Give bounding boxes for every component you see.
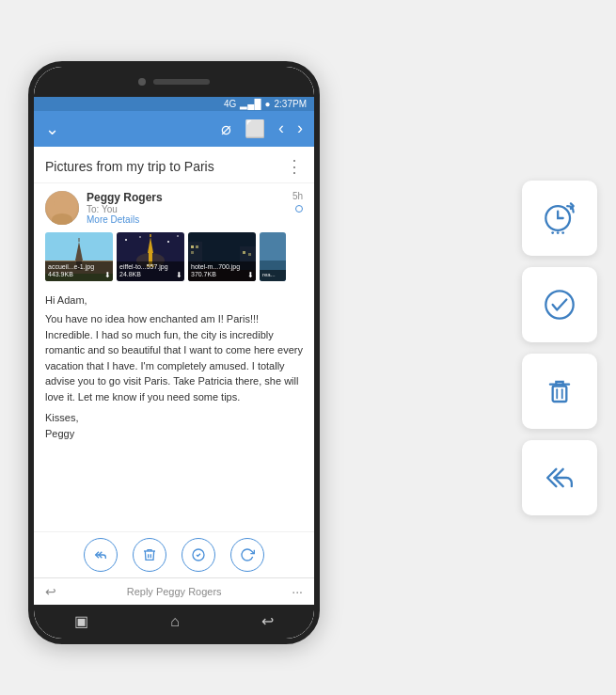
svg-point-33 [551, 231, 554, 234]
attachment-2[interactable]: eiffel-to...557.jpg24.8KB ⬇ [117, 232, 184, 281]
svg-rect-38 [553, 386, 567, 402]
attachment-1[interactable]: accueil...e-1.jpg443.9KB ⬇ [45, 232, 113, 281]
status-bar: 4G ▂▄█ ● 2:37PM [34, 97, 314, 111]
email-time: 5h [292, 191, 303, 201]
avatar [45, 191, 79, 225]
attachment-1-label: accueil...e-1.jpg443.9KB [45, 261, 113, 281]
archive-button[interactable]: ⬜ [245, 118, 265, 139]
phone-speaker [153, 79, 210, 85]
email-content: Pictures from my trip to Paris ⋮ Peggy R… [34, 147, 314, 605]
refresh-button[interactable] [230, 538, 264, 572]
delete-button[interactable] [133, 538, 166, 572]
email-greeting: Hi Adam, [45, 292, 303, 308]
svg-point-34 [557, 231, 560, 234]
phone-camera [138, 78, 146, 86]
email-body: Hi Adam, You have no idea how enchanted … [34, 289, 314, 531]
toolbar: ⌄ ⌀ ⬜ ‹ › [34, 111, 314, 147]
attachments-row: accueil...e-1.jpg443.9KB ⬇ [34, 232, 314, 289]
svg-rect-24 [191, 245, 194, 248]
attachment-3-label: hotel-m...700.jpg370.7KB [188, 261, 256, 281]
network-label: 4G [224, 99, 236, 109]
time-display: 2:37PM [275, 99, 307, 109]
svg-rect-25 [196, 245, 198, 248]
reply-label[interactable]: Reply Peggy Rogers [64, 586, 284, 597]
mark-done-button[interactable] [182, 538, 215, 572]
download-icon-3[interactable]: ⬇ [247, 271, 254, 279]
email-closing: Kisses, [45, 410, 303, 426]
prev-button[interactable]: ‹ [278, 118, 284, 138]
signal-icon: ▂▄█ [240, 99, 261, 109]
back-button[interactable]: ⌄ [45, 118, 59, 139]
reply-all-icon-card[interactable] [522, 440, 597, 515]
block-button[interactable]: ⌀ [221, 118, 231, 139]
menu-button[interactable]: ▣ [74, 612, 88, 630]
svg-point-9 [167, 241, 169, 243]
svg-rect-26 [191, 251, 194, 254]
attachment-2-label: eiffel-to...557.jpg24.8KB [117, 261, 184, 281]
more-options-button[interactable]: ⋮ [286, 156, 303, 177]
action-buttons-row [34, 531, 314, 577]
check-circle-icon-card[interactable] [522, 267, 597, 342]
back-nav-button[interactable]: ↩ [261, 612, 274, 630]
sender-name: Peggy Rogers [87, 191, 285, 204]
phone-top-bezel [34, 67, 314, 97]
sender-info: Peggy Rogers To: You More Details [87, 191, 285, 225]
reply-all-button[interactable] [84, 538, 118, 572]
bottom-nav: ▣ ⌂ ↩ [34, 605, 314, 639]
attachment-3[interactable]: hotel-m...700.jpg370.7KB ⬇ [188, 232, 256, 281]
right-icons-panel [522, 181, 597, 515]
sender-row: Peggy Rogers To: You More Details 5h [34, 183, 314, 232]
reply-row: ↩ Reply Peggy Rogers ··· [34, 577, 314, 605]
home-button[interactable]: ⌂ [170, 613, 180, 630]
svg-rect-27 [243, 251, 245, 254]
svg-point-7 [125, 239, 127, 241]
subject-row: Pictures from my trip to Paris ⋮ [34, 147, 314, 183]
time-column: 5h [292, 191, 303, 213]
phone-shell: 4G ▂▄█ ● 2:37PM ⌄ ⌀ ⬜ ‹ › Pictures from … [28, 61, 320, 644]
email-body-text: You have no idea how enchanted am I! Par… [45, 311, 303, 404]
email-subject: Pictures from my trip to Paris [45, 159, 214, 174]
download-icon-2[interactable]: ⬇ [176, 271, 182, 279]
more-reply-options[interactable]: ··· [292, 584, 303, 599]
svg-rect-28 [248, 253, 251, 256]
svg-point-36 [545, 291, 573, 318]
next-button[interactable]: › [297, 118, 303, 138]
svg-point-10 [177, 235, 179, 237]
wifi-icon: ● [264, 99, 270, 109]
reply-icon[interactable]: ↩ [45, 584, 56, 599]
more-details-link[interactable]: More Details [87, 214, 285, 225]
history-icon-card[interactable] [522, 181, 597, 256]
svg-point-35 [561, 231, 564, 234]
attachment-4[interactable]: rea... [260, 232, 286, 281]
unread-indicator [295, 205, 303, 213]
trash-icon-card[interactable] [522, 354, 597, 429]
sender-to: To: You [87, 204, 285, 214]
attachment-4-label: rea... [260, 270, 286, 280]
download-icon-1[interactable]: ⬇ [104, 271, 111, 279]
svg-point-8 [139, 236, 141, 238]
email-signature: Peggy [45, 426, 303, 442]
